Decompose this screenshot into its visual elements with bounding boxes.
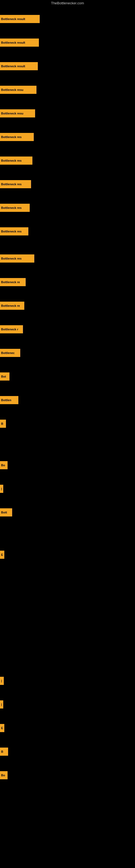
bar-22-label: E xyxy=(1,553,3,556)
bar-13: Bottleneck re xyxy=(0,302,24,310)
bar-25: E xyxy=(0,724,4,732)
bar-20: | xyxy=(0,485,3,493)
bar-23: | xyxy=(0,677,4,685)
bar-3-label: Bottleneck result xyxy=(1,65,25,68)
bar-11: Bottleneck res xyxy=(0,254,34,262)
bar-18-label: B xyxy=(1,422,3,425)
bar-25-label: E xyxy=(1,726,3,730)
bar-21-label: Bott xyxy=(1,511,7,514)
bar-11-label: Bottleneck res xyxy=(1,257,21,260)
bar-7: Bottleneck res xyxy=(0,156,32,165)
bar-24-label: | xyxy=(1,703,2,706)
bar-6: Bottleneck res xyxy=(0,133,34,141)
bar-13-label: Bottleneck re xyxy=(1,304,20,307)
bar-8-label: Bottleneck res xyxy=(1,183,21,186)
bar-27-label: Bo xyxy=(1,774,5,777)
bar-18: B xyxy=(0,420,6,428)
bar-12: Bottleneck re xyxy=(0,278,26,286)
bar-7-label: Bottleneck res xyxy=(1,159,21,162)
bar-8: Bottleneck res xyxy=(0,180,31,188)
bar-9-label: Bottleneck res xyxy=(1,206,21,209)
bar-1-label: Bottleneck result xyxy=(1,18,25,21)
bar-24: | xyxy=(0,701,3,709)
bar-19-label: Bo xyxy=(1,464,5,467)
bar-3: Bottleneck result xyxy=(0,62,38,70)
bar-4-label: Bottleneck resu xyxy=(1,88,24,91)
bar-20-label: | xyxy=(1,487,2,490)
bar-6-label: Bottleneck res xyxy=(1,135,21,138)
bar-17: Bottlen xyxy=(0,396,18,404)
bar-10: Bottleneck res xyxy=(0,227,28,236)
bar-4: Bottleneck resu xyxy=(0,86,37,94)
bar-26-label: B xyxy=(1,750,3,753)
site-title: TheBottlenecker.com xyxy=(0,0,135,6)
bar-1: Bottleneck result xyxy=(0,15,40,23)
bar-26: B xyxy=(0,748,8,756)
bar-19: Bo xyxy=(0,461,8,469)
bar-15-label: Bottlenec xyxy=(1,351,14,354)
bar-10-label: Bottleneck res xyxy=(1,230,21,233)
bar-27: Bo xyxy=(0,771,8,779)
bar-2-label: Bottleneck result xyxy=(1,41,25,44)
bar-16: Bot xyxy=(0,372,9,380)
bar-12-label: Bottleneck re xyxy=(1,280,20,284)
bar-2: Bottleneck result xyxy=(0,38,39,46)
bar-17-label: Bottlen xyxy=(1,399,11,402)
bar-15: Bottlenec xyxy=(0,349,20,357)
bar-14-label: Bottleneck r xyxy=(1,328,18,331)
bar-22: E xyxy=(0,551,4,559)
bar-5: Bottleneck resu xyxy=(0,109,35,118)
bar-5-label: Bottleneck resu xyxy=(1,112,24,115)
bar-9: Bottleneck res xyxy=(0,204,30,212)
bar-23-label: | xyxy=(1,679,2,682)
bar-16-label: Bot xyxy=(1,375,6,378)
bar-21: Bott xyxy=(0,508,12,517)
bar-14: Bottleneck r xyxy=(0,325,23,333)
